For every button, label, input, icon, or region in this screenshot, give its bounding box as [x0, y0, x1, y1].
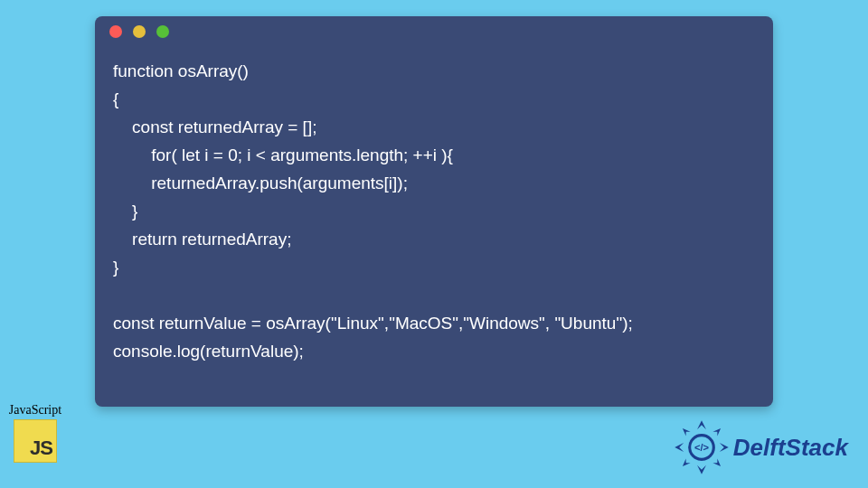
javascript-label: JavaScript [4, 403, 67, 418]
svg-marker-0 [697, 420, 706, 429]
svg-marker-2 [675, 443, 684, 452]
maximize-icon [156, 25, 169, 38]
svg-marker-6 [683, 458, 691, 466]
javascript-badge: JavaScript JS [4, 403, 67, 463]
delftstack-logo-icon: </> [674, 419, 730, 475]
window-titlebar [95, 16, 773, 47]
javascript-logo-text: JS [30, 436, 52, 460]
delftstack-brand: </> DelftStack [674, 419, 848, 475]
code-block: function osArray() { const returnedArray… [95, 47, 773, 380]
svg-text:</>: </> [694, 442, 710, 453]
svg-marker-3 [720, 443, 729, 452]
javascript-logo-icon: JS [14, 419, 57, 463]
svg-marker-4 [683, 428, 691, 436]
svg-marker-7 [712, 458, 721, 466]
close-icon [109, 25, 122, 38]
code-window: function osArray() { const returnedArray… [95, 16, 773, 407]
svg-marker-1 [697, 465, 706, 474]
minimize-icon [133, 25, 146, 38]
svg-marker-5 [712, 428, 721, 436]
delftstack-brand-text: DelftStack [733, 434, 848, 462]
